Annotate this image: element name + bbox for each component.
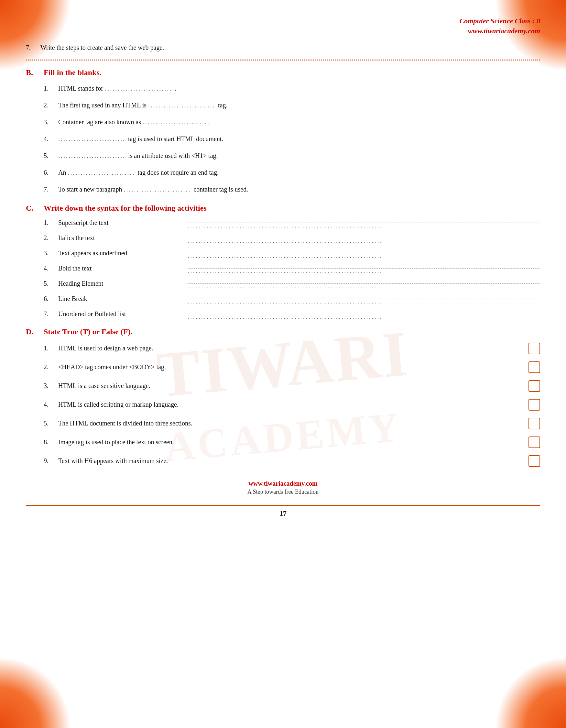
question-7-prev: 7. Write the steps to create and save th… <box>26 43 540 52</box>
c-q6-label: Line Break <box>58 295 181 303</box>
section-c-letter: C. <box>26 204 44 213</box>
d-q9-checkbox[interactable] <box>528 455 540 467</box>
b-q1-num: 1. <box>44 83 58 93</box>
section-c-title: Write down the syntax for the following … <box>44 204 207 213</box>
d-q8-checkbox[interactable] <box>528 436 540 448</box>
list-item: 1. Superscript the text ................… <box>44 219 540 226</box>
list-item: 3. HTML is a case sensitive language. <box>44 380 540 392</box>
d-q2-text: <HEAD> tag comes under <BODY> tag. <box>58 363 522 371</box>
list-item: 3. Container tag are also known as .....… <box>44 117 540 127</box>
c-q1-label: Superscript the text <box>58 219 181 226</box>
list-item: 3. Text appears as underlined ..........… <box>44 249 540 257</box>
b-q5-num: 5. <box>44 151 58 160</box>
d-q3-num: 3. <box>44 382 58 390</box>
b-q3-num: 3. <box>44 117 58 127</box>
c-q3-num: 3. <box>44 249 58 257</box>
c-q1-dots: ........................................… <box>188 222 540 223</box>
section-c-header: C. Write down the syntax for the followi… <box>26 204 540 213</box>
list-item: 5. Heading Element .....................… <box>44 280 540 287</box>
b-q5-text: .......................... is an attribu… <box>58 151 540 160</box>
d-q2-num: 2. <box>44 363 58 371</box>
section-b-list: 1. HTML stands for .....................… <box>44 83 540 194</box>
footer-url: www.tiwariacademy.com <box>26 480 540 487</box>
c-q6-num: 6. <box>44 295 58 303</box>
section-b-letter: B. <box>26 68 44 77</box>
b-q7-num: 7. <box>44 184 58 194</box>
list-item: 2. <HEAD> tag comes under <BODY> tag. <box>44 361 540 373</box>
d-q9-num: 9. <box>44 457 58 465</box>
d-q4-checkbox[interactable] <box>528 399 540 411</box>
d-q2-checkbox[interactable] <box>528 361 540 373</box>
section-c-list: 1. Superscript the text ................… <box>44 219 540 318</box>
d-q3-checkbox[interactable] <box>528 380 540 392</box>
b-q2-num: 2. <box>44 100 58 110</box>
c-q4-label: Bold the text <box>58 265 181 272</box>
list-item: 2. Italics the text ....................… <box>44 234 540 242</box>
c-q7-label: Unordered or Bulleted list <box>58 310 181 318</box>
d-q4-text: HTML is called scripting or markup langu… <box>58 401 522 408</box>
d-q1-text: HTML is used to design a web page. <box>58 345 522 352</box>
list-item: 1. HTML is used to design a web page. <box>44 343 540 354</box>
section-b-header: B. Fill in the blanks. <box>26 68 540 77</box>
list-item: 4. Bold the text .......................… <box>44 265 540 272</box>
list-item: 7. To start a new paragraph ............… <box>44 184 540 194</box>
section-b-title: Fill in the blanks. <box>44 68 102 77</box>
d-q3-text: HTML is a case sensitive language. <box>58 382 522 390</box>
c-q5-label: Heading Element <box>58 280 181 287</box>
section-d-letter: D. <box>26 327 44 336</box>
c-q4-num: 4. <box>44 265 58 272</box>
d-q9-text: Text with H6 appears with maximum size. <box>58 457 522 465</box>
list-item: 4. HTML is called scripting or markup la… <box>44 399 540 411</box>
c-q4-dots: ........................................… <box>188 268 540 269</box>
c-q2-num: 2. <box>44 234 58 242</box>
d-q1-checkbox[interactable] <box>528 343 540 354</box>
list-item: 2. The first tag used in any HTML is ...… <box>44 100 540 110</box>
list-item: 6. An .......................... tag doe… <box>44 168 540 177</box>
b-q4-num: 4. <box>44 134 58 144</box>
c-q2-label: Italics the text <box>58 234 181 242</box>
list-item: 8. Image tag is used to place the text o… <box>44 436 540 448</box>
header: Computer Science Class : 8 www.tiwariaca… <box>26 13 540 43</box>
list-item: 1. HTML stands for .....................… <box>44 83 540 93</box>
b-q2-text: The first tag used in any HTML is ......… <box>58 100 540 110</box>
d-q1-num: 1. <box>44 345 58 352</box>
d-q5-checkbox[interactable] <box>528 418 540 429</box>
b-q3-text: Container tag are also known as ........… <box>58 117 540 127</box>
list-item: 7. Unordered or Bulleted list ..........… <box>44 310 540 318</box>
c-q7-num: 7. <box>44 310 58 318</box>
b-q6-num: 6. <box>44 168 58 177</box>
b-q4-text: .......................... tag is used t… <box>58 134 540 144</box>
c-q5-dots: ........................................… <box>188 283 540 284</box>
c-q3-dots: ........................................… <box>188 253 540 253</box>
d-q4-num: 4. <box>44 401 58 408</box>
footer-tagline: A Step towards free Education <box>26 489 540 495</box>
d-q5-num: 5. <box>44 420 58 427</box>
c-q2-dots: ........................................… <box>188 237 540 238</box>
b-q6-text: An .......................... tag does n… <box>58 168 540 177</box>
d-q5-text: The HTML document is divided into three … <box>58 420 522 427</box>
bg-corner-bottom-left <box>0 657 71 728</box>
c-q1-num: 1. <box>44 219 58 226</box>
b-q1-text: HTML stands for ........................… <box>58 83 540 93</box>
list-item: 4. .......................... tag is use… <box>44 134 540 144</box>
c-q5-num: 5. <box>44 280 58 287</box>
q7-num: 7. <box>26 43 40 52</box>
c-q6-dots: ........................................… <box>188 298 540 299</box>
d-q8-num: 8. <box>44 438 58 446</box>
list-item: 5. The HTML document is divided into thr… <box>44 418 540 429</box>
page-content: Computer Science Class : 8 www.tiwariaca… <box>0 0 566 544</box>
page-number: 17 <box>26 505 540 518</box>
c-q7-dots: ........................................… <box>188 314 540 314</box>
list-item: 9. Text with H6 appears with maximum siz… <box>44 455 540 467</box>
section-d-header: D. State True (T) or False (F). <box>26 327 540 336</box>
bg-corner-bottom-right <box>495 657 566 728</box>
q7-text: Write the steps to create and save the w… <box>40 43 540 52</box>
header-title: Computer Science Class : 8 <box>460 16 540 26</box>
d-q8-text: Image tag is used to place the text on s… <box>58 438 522 446</box>
section-d-list: 1. HTML is used to design a web page. 2.… <box>44 343 540 467</box>
list-item: 6. Line Break ..........................… <box>44 295 540 303</box>
header-text: Computer Science Class : 8 www.tiwariaca… <box>460 16 540 36</box>
footer: www.tiwariacademy.com A Step towards fre… <box>26 480 540 502</box>
list-item: 5. .......................... is an attr… <box>44 151 540 160</box>
dot-separator-1 <box>26 60 540 61</box>
